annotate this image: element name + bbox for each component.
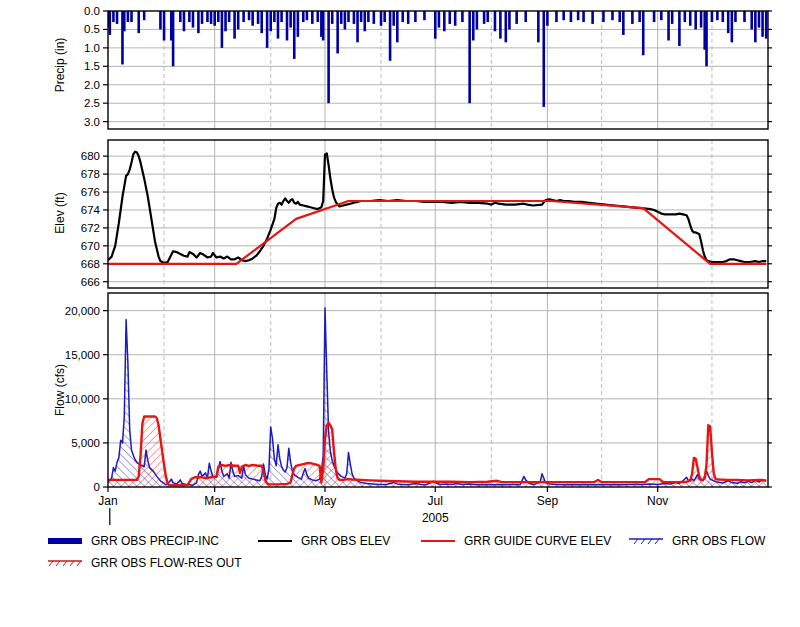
precip-bar xyxy=(137,11,140,33)
y-tick-label: 3.0 xyxy=(84,116,100,128)
precip-bar xyxy=(266,11,269,48)
obs-elev-swatch-icon xyxy=(257,535,293,547)
precip-bar xyxy=(353,11,356,24)
precip-bar xyxy=(183,11,186,31)
precip-bar xyxy=(638,11,641,22)
y-tick-label: 0.5 xyxy=(84,23,100,35)
precip-bar xyxy=(123,11,126,31)
flow-res-out-swatch-icon xyxy=(47,557,83,569)
precip-bar xyxy=(356,11,359,42)
precip-bar xyxy=(277,11,280,39)
precip-bar xyxy=(622,11,625,35)
precip-bar xyxy=(537,11,540,42)
precip-bar xyxy=(448,11,451,24)
y-tick-label: 668 xyxy=(81,258,100,270)
month-label: Sep xyxy=(537,494,559,508)
precip-bar xyxy=(734,11,737,22)
precip-bar xyxy=(109,11,112,35)
precip-bar xyxy=(192,11,195,28)
legend-item-guide-curve: GRR GUIDE CURVE ELEV xyxy=(420,534,611,548)
month-label: Jul xyxy=(428,494,443,508)
y-tick-label: 2.5 xyxy=(84,97,100,109)
precip-bar xyxy=(344,11,347,29)
precip-bar xyxy=(705,11,708,66)
precip-bar xyxy=(582,11,585,22)
month-label: Mar xyxy=(204,494,225,508)
precip-bar xyxy=(611,11,614,20)
precip-bar xyxy=(716,11,719,20)
precip-bar xyxy=(383,11,386,22)
precip-bar xyxy=(711,11,714,22)
precip-bar xyxy=(754,11,757,42)
y-tick-label: 678 xyxy=(81,168,100,180)
y-tick-label: 5,000 xyxy=(71,437,100,449)
precip-bar xyxy=(678,11,681,46)
precip-bar xyxy=(347,11,350,22)
precip-bar xyxy=(499,11,502,39)
precip-bar xyxy=(653,11,656,22)
precip-bar xyxy=(293,11,296,59)
guide-curve-swatch-icon xyxy=(420,535,456,547)
timeseries-chart: 0.00.51.01.52.02.53.06666686706726746766… xyxy=(0,0,800,627)
precip-bar xyxy=(631,11,634,24)
precip-bar xyxy=(237,11,240,29)
precip-bar xyxy=(618,11,621,22)
legend-label: GRR OBS ELEV xyxy=(301,534,390,548)
precip-bar xyxy=(286,11,289,41)
precip-bar xyxy=(112,11,115,22)
month-label: Jan xyxy=(98,494,117,508)
precip-bar xyxy=(367,11,370,22)
precip-bar xyxy=(179,11,182,22)
precip-bar xyxy=(273,11,276,22)
precip-bar xyxy=(476,11,479,29)
precip-bar xyxy=(336,11,339,53)
precip-bar xyxy=(257,11,260,24)
y-tick-label: 674 xyxy=(81,204,101,216)
precip-bar xyxy=(761,11,764,37)
precip-bar xyxy=(602,11,605,22)
precip-axis-title: Precip (in) xyxy=(53,0,67,135)
precip-bar xyxy=(373,11,376,24)
precip-bar xyxy=(297,11,300,37)
legend-item-obs-flow: GRR OBS FLOW xyxy=(628,534,765,548)
precip-bar xyxy=(380,11,383,26)
precip-bar xyxy=(434,11,437,39)
precip-bar xyxy=(201,11,204,24)
precip-bar xyxy=(331,11,334,24)
precip-bar xyxy=(280,11,283,22)
precip-bar xyxy=(221,11,224,48)
precip-bar xyxy=(172,11,175,66)
precip-bar xyxy=(396,11,399,42)
precip-bar xyxy=(228,11,231,22)
precip-bar xyxy=(340,11,343,24)
precip-bar xyxy=(721,11,724,22)
precip-bar xyxy=(461,11,464,22)
y-tick-label: 680 xyxy=(81,150,100,162)
precip-bar xyxy=(438,11,441,28)
precip-bar xyxy=(311,11,314,24)
precip-panel: 0.00.51.01.52.02.53.0 xyxy=(84,5,772,129)
precip-bar xyxy=(210,11,213,24)
precip-bar xyxy=(414,11,417,22)
precip-bar xyxy=(494,11,497,31)
precip-bar xyxy=(423,11,426,20)
precip-bar xyxy=(327,11,330,103)
precip-bar xyxy=(206,11,209,22)
precip-bar xyxy=(555,11,558,22)
legend-item-obs-elev: GRR OBS ELEV xyxy=(257,534,390,548)
precip-bar xyxy=(233,11,236,39)
y-tick-label: 0 xyxy=(94,481,100,493)
precip-bar xyxy=(116,11,119,24)
precip-bar xyxy=(542,11,545,107)
precip-bar xyxy=(213,11,216,26)
precip-bar xyxy=(163,11,166,41)
y-tick-label: 20,000 xyxy=(65,305,100,317)
y-tick-label: 10,000 xyxy=(65,393,100,405)
precip-bar xyxy=(289,11,292,28)
legend-item-obs-precip: GRR OBS PRECIP-INC xyxy=(47,534,219,548)
y-tick-label: 2.0 xyxy=(84,79,100,91)
precip-bar xyxy=(242,11,245,22)
precip-bar xyxy=(508,11,511,29)
precip-bar xyxy=(700,11,703,28)
precip-bar xyxy=(743,11,746,22)
